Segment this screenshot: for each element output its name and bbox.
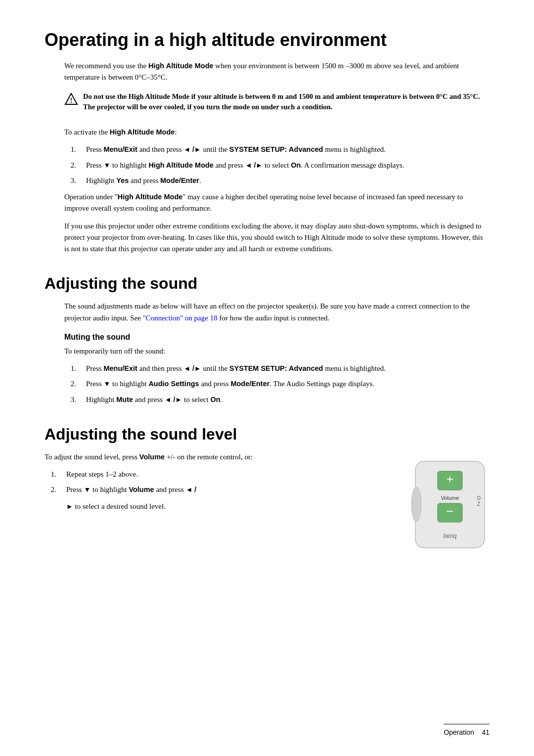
- step-num: 3.: [64, 394, 76, 405]
- svg-text:Volume: Volume: [441, 495, 459, 501]
- step-content: Press ▼ to highlight High Altitude Mode …: [86, 160, 490, 171]
- section3-text: To adjust the sound level, press Volume …: [44, 451, 381, 512]
- on-bold: On: [291, 161, 301, 169]
- system-setup-bold: SYSTEM SETUP: Advanced: [229, 364, 323, 372]
- arrow-lr: ◄ /►: [245, 161, 263, 169]
- high-altitude-mode-bold: High Altitude Mode: [148, 62, 214, 70]
- step-content: Press ▼ to highlight Volume and press ◄ …: [66, 484, 381, 495]
- svg-text:+: +: [446, 472, 454, 487]
- page-footer: Operation 41: [444, 724, 490, 736]
- section1-content: We recommend you use the High Altitude M…: [64, 60, 490, 255]
- muting-intro: To temporarily turn off the sound:: [64, 346, 490, 357]
- high-altitude-mode-label: High Altitude Mode: [110, 128, 175, 136]
- system-setup-bold: SYSTEM SETUP: Advanced: [229, 145, 323, 153]
- step2-2: 2. Press ▼ to highlight Audio Settings a…: [64, 378, 490, 390]
- remote-control-illustration: + Volume D Z − benq: [400, 456, 490, 557]
- step2-1: 1. Press Menu/Exit and then press ◄ /► u…: [64, 363, 490, 374]
- remote-svg: + Volume D Z − benq: [400, 456, 490, 555]
- section2-steps: 1. Press Menu/Exit and then press ◄ /► u…: [64, 363, 490, 405]
- warning-block: ! Do not use the High Altitude Mode if y…: [64, 91, 490, 119]
- svg-point-11: [411, 487, 421, 522]
- warning-text: Do not use the High Altitude Mode if you…: [83, 91, 490, 113]
- footer-operation-label: Operation: [444, 728, 474, 736]
- mode-enter-bold: Mode/Enter: [230, 380, 269, 388]
- arrow-lr: ◄ /►: [183, 364, 201, 372]
- section3-intro: To adjust the sound level, press Volume …: [44, 451, 381, 463]
- step-num: 2.: [44, 484, 56, 495]
- page: Operating in a high altitude environment…: [0, 0, 534, 756]
- section1-note2: If you use this projector under other ex…: [64, 221, 490, 255]
- high-altitude-note: High Altitude Mode: [118, 193, 183, 201]
- high-altitude-bold: High Altitude Mode: [148, 161, 214, 169]
- audio-settings-bold: Audio Settings: [148, 380, 199, 388]
- step-content: Press Menu/Exit and then press ◄ /► unti…: [86, 363, 490, 374]
- section2-intro: The sound adjustments made as below will…: [64, 301, 490, 324]
- muting-sound-title: Muting the sound: [64, 333, 490, 342]
- step1-1: 1. Press Menu/Exit and then press ◄ /► u…: [64, 144, 490, 155]
- footer-page-num: 41: [482, 728, 490, 736]
- arrow-right: ►: [66, 502, 73, 510]
- footer-divider: [444, 724, 490, 724]
- svg-text:benq: benq: [444, 533, 457, 539]
- footer-text: Operation 41: [444, 728, 490, 736]
- section3-title: Adjusting the sound level: [44, 425, 490, 444]
- section1-intro: We recommend you use the High Altitude M…: [64, 60, 490, 84]
- arrow-down: ▼: [103, 161, 110, 169]
- volume-bold: Volume: [139, 453, 165, 461]
- step3-continuation: ► to select a desired sound level.: [66, 501, 381, 512]
- svg-text:D: D: [477, 495, 481, 501]
- activate-label: To activate the High Altitude Mode:: [64, 127, 490, 138]
- section3-content: To adjust the sound level, press Volume …: [44, 451, 490, 557]
- step-num: 1.: [44, 469, 56, 480]
- mute-bold: Mute: [116, 396, 133, 403]
- step-num: 2.: [64, 378, 76, 390]
- connection-link[interactable]: "Connection" on page 18: [143, 314, 218, 322]
- arrow-lr: ◄ /: [185, 486, 196, 493]
- mode-enter-bold: Mode/Enter: [160, 177, 199, 184]
- step1-3: 3. Highlight Yes and press Mode/Enter.: [64, 175, 490, 186]
- section3-steps: 1. Repeat steps 1–2 above. 2. Press ▼ to…: [44, 469, 381, 496]
- step-num: 2.: [64, 160, 76, 171]
- arrow-lr: ◄ /►: [183, 145, 201, 153]
- step-num: 1.: [64, 363, 76, 374]
- step3-2: 2. Press ▼ to highlight Volume and press…: [44, 484, 381, 495]
- step3-1: 1. Repeat steps 1–2 above.: [44, 469, 381, 480]
- svg-text:−: −: [446, 504, 454, 519]
- step-content: Highlight Mute and press ◄ /► to select …: [86, 394, 490, 405]
- warning-icon: !: [64, 92, 78, 106]
- section1-note1: Operation under "High Altitude Mode" may…: [64, 191, 490, 215]
- step2-3: 3. Highlight Mute and press ◄ /► to sele…: [64, 394, 490, 405]
- menu-exit-bold: Menu/Exit: [103, 145, 137, 153]
- on-bold: On: [210, 396, 220, 403]
- volume-bold: Volume: [129, 486, 154, 493]
- arrow-down: ▼: [103, 380, 110, 388]
- step1-2: 2. Press ▼ to highlight High Altitude Mo…: [64, 160, 490, 171]
- step-content: Highlight Yes and press Mode/Enter.: [86, 175, 490, 186]
- step-content: Repeat steps 1–2 above.: [66, 469, 381, 480]
- section1-steps: 1. Press Menu/Exit and then press ◄ /► u…: [64, 144, 490, 186]
- step-num: 1.: [64, 144, 76, 155]
- step-num: 3.: [64, 175, 76, 186]
- arrow-lr: ◄ /►: [165, 396, 182, 403]
- svg-text:!: !: [70, 97, 73, 104]
- svg-text:Z: Z: [477, 501, 480, 507]
- section2-content: The sound adjustments made as below will…: [64, 301, 490, 405]
- step-content: Press ▼ to highlight Audio Settings and …: [86, 378, 490, 390]
- section2-title: Adjusting the sound: [44, 274, 490, 293]
- yes-bold: Yes: [116, 177, 129, 184]
- section1-title: Operating in a high altitude environment: [44, 30, 490, 50]
- step-content: Press Menu/Exit and then press ◄ /► unti…: [86, 144, 490, 155]
- arrow-down: ▼: [84, 486, 90, 493]
- menu-exit-bold: Menu/Exit: [103, 364, 137, 372]
